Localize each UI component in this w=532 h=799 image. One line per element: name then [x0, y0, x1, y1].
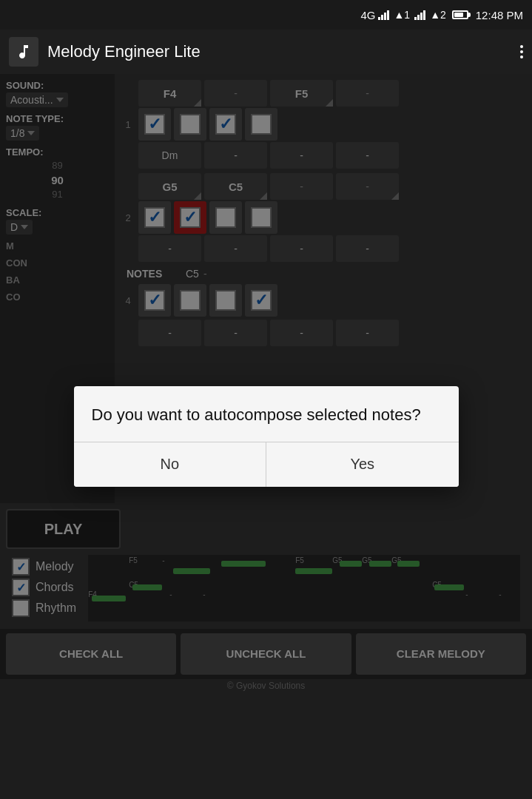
status-icons: 4G ▲1 ▲2 12:48 PM — [360, 9, 523, 21]
signal1-icon — [378, 10, 389, 20]
menu-button[interactable] — [520, 45, 523, 58]
app-icon — [9, 37, 38, 67]
dialog-yes-button[interactable]: Yes — [266, 442, 459, 487]
dialog-body: Do you want to autocompose selected note… — [74, 386, 459, 442]
signal2-icon — [414, 10, 425, 20]
sim2-icon: ▲2 — [430, 9, 446, 21]
dialog-message: Do you want to autocompose selected note… — [92, 404, 441, 427]
app-title: Melody Engineer Lite — [47, 42, 511, 61]
network-label: 4G — [360, 9, 375, 21]
battery-icon — [452, 10, 468, 19]
dialog-buttons: No Yes — [74, 442, 459, 487]
dialog-no-button[interactable]: No — [74, 442, 266, 487]
dialog: Do you want to autocompose selected note… — [74, 386, 459, 487]
main-content: SOUND: Acousti... NOTE TYPE: 1/8 TEMPO: … — [0, 74, 532, 799]
status-bar: 4G ▲1 ▲2 12:48 PM — [0, 0, 532, 30]
dialog-overlay: Do you want to autocompose selected note… — [0, 74, 532, 799]
sim1-icon: ▲1 — [394, 9, 410, 21]
app-bar: Melody Engineer Lite — [0, 30, 532, 74]
time-display: 12:48 PM — [476, 9, 523, 21]
